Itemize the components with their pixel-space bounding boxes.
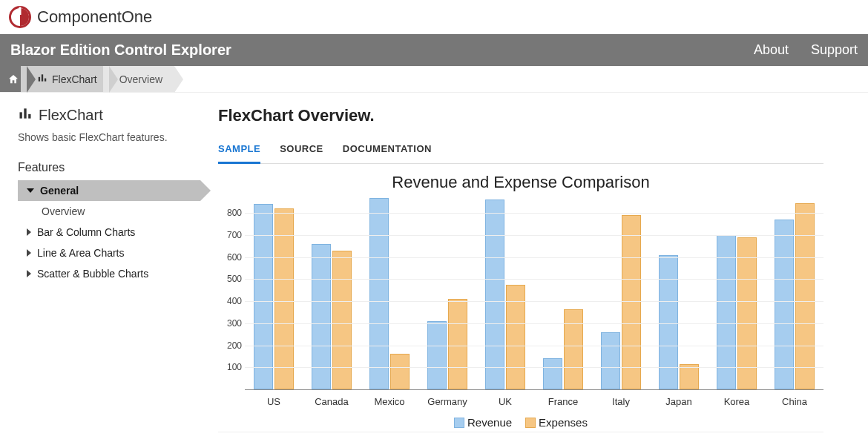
breadcrumb: FlexChart Overview [0, 66, 868, 93]
gridline [245, 367, 823, 368]
bar-group [766, 203, 823, 389]
chart-title: Revenue and Expense Comparison [218, 173, 823, 192]
chevron-right-icon [27, 270, 31, 277]
legend-label: Revenue [467, 416, 512, 429]
sidebar-item-overview[interactable]: Overview [18, 201, 200, 222]
bar-group [592, 215, 650, 389]
bar-group [361, 198, 418, 390]
main-content: FlexChart Overview. SAMPLE SOURCE DOCUME… [200, 93, 868, 440]
x-tick-label: Germany [418, 396, 476, 407]
bar-chart-icon [37, 73, 47, 85]
bar-group [650, 255, 708, 389]
y-tick-label: 600 [227, 252, 242, 263]
legend-swatch-revenue [454, 418, 464, 428]
chevron-right-icon [27, 249, 31, 257]
axis-baseline [245, 389, 823, 390]
legend-label: Expenses [539, 416, 588, 429]
brand-bar: ComponentOne [0, 0, 868, 34]
tab-source[interactable]: SOURCE [280, 139, 323, 163]
x-tick-label: China [766, 396, 823, 407]
about-link[interactable]: About [754, 42, 789, 58]
bar-revenue [601, 332, 620, 389]
y-tick-label: 800 [227, 208, 242, 218]
bar-revenue [543, 358, 562, 389]
svg-rect-6 [24, 108, 26, 118]
y-tick-label: 400 [227, 296, 242, 306]
svg-rect-5 [20, 112, 22, 118]
svg-rect-4 [45, 79, 46, 82]
gridline [245, 213, 823, 214]
y-tick-label: 300 [227, 318, 242, 329]
bar-group [476, 200, 534, 389]
tabs: SAMPLE SOURCE DOCUMENTATION [218, 139, 823, 164]
breadcrumb-label: FlexChart [52, 73, 97, 85]
legend-item-expenses: Expenses [525, 416, 588, 429]
tab-sample[interactable]: SAMPLE [218, 139, 260, 164]
breadcrumb-label: Overview [119, 73, 162, 85]
features-heading: Features [18, 161, 200, 174]
sidebar-item-label: Bar & Column Charts [37, 226, 135, 238]
sidebar-item-bar-column[interactable]: Bar & Column Charts [18, 222, 200, 243]
sidebar-item-label: Line & Area Charts [37, 247, 125, 259]
chevron-right-icon [27, 228, 31, 236]
home-icon [7, 73, 19, 85]
chart-plot: 100200300400500600700800 USCanadaMexicoG… [218, 197, 823, 412]
gridline [245, 346, 823, 346]
sidebar-item-scatter-bubble[interactable]: Scatter & Bubble Charts [18, 263, 200, 284]
gridline [245, 235, 823, 236]
svg-rect-2 [39, 77, 40, 82]
bar-revenue [254, 204, 273, 389]
svg-rect-1 [19, 7, 22, 16]
bar-revenue [485, 200, 504, 389]
bar-revenue [775, 220, 794, 389]
x-tick-label: Mexico [361, 396, 418, 407]
tab-documentation[interactable]: DOCUMENTATION [343, 139, 432, 163]
gridline [245, 301, 823, 302]
sidebar-item-label: Scatter & Bubble Charts [37, 268, 148, 280]
bar-expenses [448, 299, 467, 389]
y-tick-label: 500 [227, 274, 242, 284]
gridline [245, 323, 823, 324]
x-tick-label: Italy [592, 396, 650, 407]
chart-legend: Revenue Expenses [218, 416, 823, 429]
sidebar-description: Shows basic FlexChart features. [18, 131, 200, 143]
bar-expenses [506, 285, 525, 389]
sidebar-title: FlexChart [39, 107, 103, 124]
x-tick-label: Japan [650, 396, 708, 407]
bar-expenses [564, 309, 583, 389]
bar-expenses [737, 237, 757, 389]
sidebar-item-line-area[interactable]: Line & Area Charts [18, 243, 200, 263]
brand-logo-icon [9, 6, 31, 28]
gridline [245, 279, 823, 280]
support-link[interactable]: Support [811, 42, 858, 58]
bar-group [534, 309, 592, 389]
y-tick-label: 200 [227, 340, 242, 351]
chart-container: Revenue and Expense Comparison 100200300… [218, 173, 823, 432]
gridline [245, 257, 823, 258]
sidebar-item-general[interactable]: General [18, 180, 200, 201]
app-title: Blazor Edition Control Explorer [10, 42, 731, 59]
bar-expenses [622, 215, 641, 389]
chevron-down-icon [27, 188, 34, 193]
bar-expenses [390, 354, 410, 389]
sidebar-item-label: Overview [42, 205, 85, 217]
bar-revenue [369, 198, 389, 390]
svg-rect-3 [42, 74, 43, 81]
x-tick-label: US [245, 396, 303, 407]
legend-item-revenue: Revenue [454, 416, 512, 429]
bar-group [708, 235, 766, 389]
page-title: FlexChart Overview. [218, 106, 823, 125]
bar-revenue [717, 235, 736, 389]
x-tick-label: Canada [303, 396, 361, 407]
sidebar-item-label: General [40, 185, 79, 197]
bar-revenue [659, 255, 678, 389]
bar-chart-icon [18, 106, 33, 124]
bar-expenses [332, 251, 352, 389]
x-tick-label: France [534, 396, 592, 407]
bar-revenue [427, 321, 447, 389]
sidebar: FlexChart Shows basic FlexChart features… [0, 93, 200, 440]
bar-group [245, 204, 303, 389]
y-tick-label: 100 [227, 362, 242, 372]
svg-rect-7 [28, 114, 30, 119]
x-tick-label: Korea [708, 396, 766, 407]
